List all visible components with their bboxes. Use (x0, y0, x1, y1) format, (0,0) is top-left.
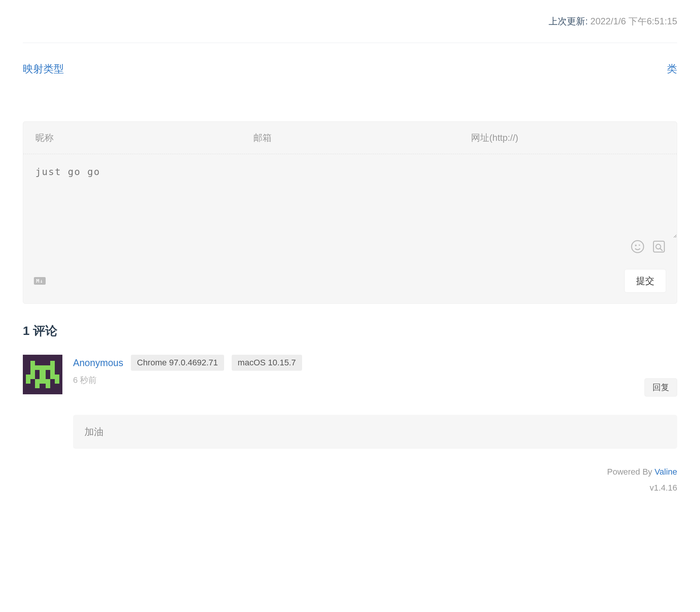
last-updated-label: 上次更新: (549, 16, 588, 26)
svg-rect-9 (40, 370, 46, 375)
comments-heading-suffix: 评论 (33, 324, 57, 338)
last-updated: 上次更新: 2022/1/6 下午6:51:15 (23, 15, 677, 27)
prev-link[interactable]: 映射类型 (23, 62, 64, 76)
comment-form-footer: M↓ 提交 (23, 261, 677, 303)
nickname-input[interactable] (23, 122, 241, 154)
svg-rect-18 (46, 384, 50, 388)
comment-textarea[interactable] (23, 154, 677, 238)
comment-content: 加油 (73, 415, 677, 449)
preview-icon[interactable] (652, 239, 666, 254)
markdown-badge-icon[interactable]: M↓ (34, 277, 46, 285)
next-link[interactable]: 类 (667, 62, 677, 76)
comment-form: M↓ 提交 (23, 121, 677, 304)
comment-item: Anonymous Chrome 97.0.4692.71 macOS 10.1… (23, 355, 677, 403)
svg-point-1 (635, 245, 636, 246)
last-updated-time: 2022/1/6 下午6:51:15 (590, 16, 677, 26)
svg-rect-8 (30, 370, 35, 375)
page-nav: 映射类型 类 (23, 62, 677, 76)
svg-rect-7 (30, 365, 55, 370)
avatar (23, 355, 62, 394)
divider (23, 43, 677, 43)
svg-rect-5 (30, 361, 35, 365)
email-input[interactable] (241, 122, 459, 154)
valine-link[interactable]: Valine (654, 467, 677, 477)
submit-button[interactable]: 提交 (624, 269, 666, 293)
comment-meta: Anonymous Chrome 97.0.4692.71 macOS 10.1… (73, 355, 677, 371)
svg-rect-11 (26, 375, 35, 379)
powered-by-prefix: Powered By (607, 467, 655, 477)
svg-rect-6 (50, 361, 55, 365)
browser-badge: Chrome 97.0.4692.71 (131, 355, 224, 371)
emoji-icon[interactable] (630, 239, 645, 254)
comment-body: Anonymous Chrome 97.0.4692.71 macOS 10.1… (73, 355, 677, 403)
svg-rect-15 (35, 379, 50, 384)
reply-button[interactable]: 回复 (644, 378, 677, 397)
author-name[interactable]: Anonymous (73, 357, 123, 368)
powered-by: Powered By Valine v1.4.16 (23, 464, 677, 496)
svg-rect-10 (50, 370, 55, 375)
version-text: v1.4.16 (23, 480, 677, 496)
url-input[interactable] (459, 122, 677, 154)
svg-rect-14 (26, 379, 30, 384)
svg-rect-17 (35, 384, 40, 388)
comment-toolbar (23, 239, 677, 261)
svg-rect-13 (50, 375, 59, 379)
svg-rect-12 (40, 375, 46, 379)
svg-rect-16 (55, 379, 59, 384)
svg-point-3 (656, 244, 661, 249)
comment-form-header (23, 122, 677, 154)
comments-heading: 1 评论 (23, 323, 677, 339)
os-badge: macOS 10.15.7 (232, 355, 302, 371)
svg-point-0 (632, 241, 644, 253)
comments-count: 1 (23, 324, 30, 338)
